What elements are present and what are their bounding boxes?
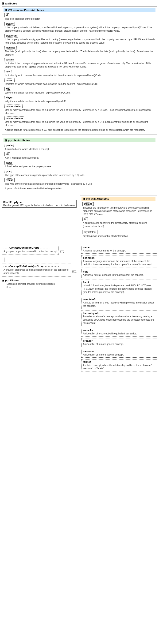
right-attr-definition-label: definition — [83, 256, 155, 259]
any-other-bottom-row: ▣ grp ##other — [2, 279, 79, 282]
attr-type-desc: The type of the concept assigned as prop… — [5, 174, 155, 177]
right-attr-remoteinfo: remoteInfo A link to an item or a web re… — [81, 297, 157, 309]
concept-def-group-title: - - - - ConceptDefinitionGroup - - - - -… — [4, 246, 57, 249]
concept-def-group-box: - - - - ConceptDefinitionGroup - - - - -… — [2, 245, 59, 255]
attributes-label: attributes — [5, 2, 17, 5]
any-other-label: any ##other — [82, 230, 98, 234]
grp-other-cardinality: 0..∞ — [7, 286, 79, 288]
attr-pubconstraint-desc: One or many constraints that apply to pu… — [5, 108, 155, 115]
attr-why: why Why the metadata has been included -… — [4, 87, 155, 94]
attr-qcode: qcode A qualified code which identifies … — [4, 144, 155, 151]
attr-custom: custom Indicates if the corresponding pr… — [4, 58, 155, 68]
concept-def-cardinality: 0..∞ — [60, 251, 64, 254]
group-name: commonPowerAttributes — [13, 9, 44, 12]
attr-whyuri: whyuri Why the metadata has been include… — [4, 96, 155, 103]
attr-creatoruri-name: creatoruri — [5, 34, 18, 38]
right-attr-facet: facet In NAR 1.8 and later, facet is dep… — [81, 280, 157, 295]
right-attr-broader-desc: An identifier of a more generic concept. — [83, 342, 155, 346]
right-attr-narrower-desc: An identifier of a more specific concept… — [83, 353, 155, 356]
attr-custom-name: custom — [5, 58, 15, 62]
right-attr-sameas: sameAs An identifier of a concept with e… — [81, 328, 157, 336]
concept-rel-cardinality: 0..∞ — [72, 271, 77, 273]
flex-prop-type-box: Flex1PropType Flexible generic PCL-type … — [2, 200, 77, 208]
attr-uri-name: uri — [5, 152, 10, 156]
attr-howuri: howuri Indicates by which means the valu… — [4, 78, 155, 86]
right-attr-hierarchyinfo: hierarchyInfo Provides location of a con… — [81, 310, 157, 326]
right-attr-remoteinfo-label: remoteInfo — [83, 298, 155, 301]
attr-xmllang-name: xmllang — [82, 202, 94, 206]
attr-typeuri: typeuri The type of the concept assigned… — [4, 178, 155, 186]
attr-note-group-desc: A group attribute for all elements of a … — [5, 128, 155, 132]
any-other-desc: any language and script related informat… — [82, 234, 155, 238]
attr-pubconstraint-name: pubconstraint — [5, 104, 23, 108]
attr-creator-name: creator — [5, 22, 15, 26]
attr-how-desc: Indicates by which means the value was e… — [5, 74, 155, 77]
concept-def-group-name: ConceptDefinitionGroup — [10, 246, 40, 249]
attr-creator-desc: If the property value is not defined, sp… — [5, 26, 155, 32]
grp-other-icon: ▣ — [2, 279, 4, 282]
attr-flex-group-note-desc: A group of attributes associated with fl… — [5, 187, 155, 190]
attr-creatoruri: creatoruri If the property value is empt… — [4, 34, 155, 44]
flex-attributes-box: ▣ grp flexAttributes qcode A qualified c… — [2, 137, 157, 193]
concept-def-group-row: - - - - ConceptDefinitionGroup - - - - -… — [2, 245, 79, 256]
flex-prop-type-desc: Flexible generic PCL-type for both contr… — [3, 204, 75, 207]
right-attr-facet-desc: In NAR 1.8 and later, facet is deprecate… — [83, 284, 155, 294]
attr-dir-name: dir — [82, 218, 88, 221]
flex-prop-type-name: Flex1PropType — [3, 201, 75, 204]
right-attr-note: note Additional natural language informa… — [81, 269, 157, 278]
i18n-grp-icon: ▣ — [83, 197, 85, 200]
attr-flex-group-note: A group of attributes associated with fl… — [4, 187, 155, 190]
attr-id-name: id — [5, 13, 9, 17]
attr-creator: creator If the property value is not def… — [4, 22, 155, 32]
concept-rel-connectors: ⎯⎯ 0..∞ — [72, 267, 79, 273]
right-attr-related-label: related — [83, 360, 155, 363]
page-title: ▣ attributes — [2, 2, 157, 5]
any-other-bottom-section: ▣ grp ##other Extension point for provid… — [2, 279, 79, 288]
right-attr-narrower: narrower An identifier of a more specifi… — [81, 349, 157, 358]
attr-why-name: why — [5, 87, 11, 91]
concept-def-group-desc: A group of properties required to define… — [4, 250, 57, 253]
flex-group-name: flexAttributes — [13, 139, 30, 142]
attr-howuri-name: howuri — [5, 78, 15, 82]
attr-id-desc: The local identifier of the property. — [5, 17, 155, 20]
grp-icon: ▣ — [5, 8, 7, 12]
attr-qcode-desc: A qualified code which identifies a conc… — [5, 148, 155, 151]
attr-creatoruri-desc: If the property value is empty, specifie… — [5, 38, 155, 44]
concept-rel-group-row: - - - - ConceptRelationshipsGroup - - - … — [2, 263, 79, 276]
i18n-grp-label: grp — [86, 198, 90, 200]
attributes-icon: ▣ — [2, 2, 4, 5]
common-power-attributes-box: ▣ grp commonPowerAttributes id The local… — [2, 6, 157, 135]
concept-layout: - - - - ConceptDefinitionGroup - - - - -… — [2, 245, 157, 372]
flex-grp-label: grp — [8, 139, 12, 142]
grp-other-card: 0..∞ — [7, 286, 11, 288]
i18n-attributes-box: ▣ grp i18nAttributes xmllang Specifies t… — [80, 195, 157, 241]
right-attr-related: related A related concept, where the rel… — [81, 359, 157, 372]
flex-attributes-header: ▣ grp flexAttributes — [4, 138, 155, 142]
right-attr-sameas-label: sameAs — [83, 329, 155, 332]
attr-id: id The local identifier of the property. — [4, 13, 155, 20]
concept-rel-group-name: ConceptRelationshipsGroup — [10, 265, 44, 268]
attr-xmllang-desc: Specifies the language of this property … — [82, 206, 155, 216]
right-attr-note-desc: Additional natural language information … — [83, 274, 155, 277]
attr-pubconstraint: pubconstraint One or many constraints th… — [4, 104, 155, 115]
right-attr-broader-label: broader — [83, 339, 155, 342]
right-attr-narrower-label: narrower — [83, 350, 155, 353]
concept-left-column: - - - - ConceptDefinitionGroup - - - - -… — [2, 245, 79, 288]
attr-uri-desc: A URI which identifies a concept. — [5, 156, 155, 160]
grp-label: grp — [8, 9, 12, 11]
i18n-attributes-header: ▣ grp i18nAttributes — [81, 197, 155, 201]
attr-literal: literal A fixed value assigned as the pr… — [4, 161, 155, 168]
attr-whyuri-desc: Why the metadata has been included - exp… — [5, 100, 155, 103]
concept-right-column: name A natural language name for the con… — [81, 245, 157, 372]
right-attr-broader: broader An identifier of a more generic … — [81, 338, 157, 347]
right-attr-definition: definition A natural language definition… — [81, 255, 157, 268]
attr-how-name: how — [5, 70, 12, 73]
right-attr-hierarchyinfo-label: hierarchyInfo — [83, 312, 155, 314]
attr-pubconstrainturi: pubconstrainturi One or many constraints… — [4, 116, 155, 127]
right-attr-related-desc: A related concept, where the relationshi… — [83, 364, 155, 370]
right-attr-sameas-desc: An identifier of a concept with equivale… — [83, 332, 155, 335]
attr-typeuri-desc: The type of the concept assigned as cont… — [5, 182, 155, 186]
attr-type: type The type of the concept assigned as… — [4, 170, 155, 177]
attr-custom-desc: Indicates if the corresponding property … — [5, 62, 155, 68]
attr-modified-desc: The date (and, optionally, the time) whe… — [5, 50, 155, 56]
